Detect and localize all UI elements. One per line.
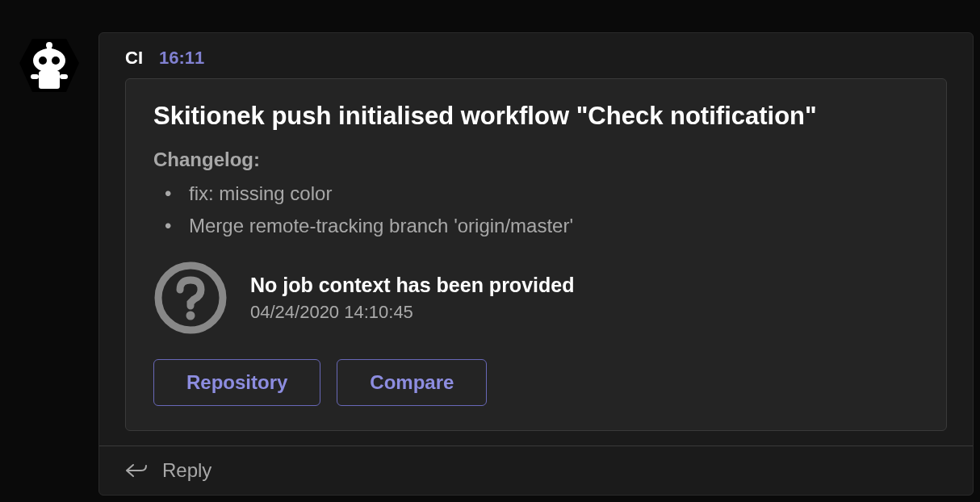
button-row: Repository Compare	[153, 359, 919, 406]
reply-icon	[125, 462, 148, 479]
list-item: fix: missing color	[189, 178, 919, 210]
repository-button[interactable]: Repository	[153, 359, 320, 406]
status-text: No job context has been provided 04/24/2…	[250, 274, 574, 323]
message-timestamp: 16:11	[159, 48, 204, 69]
reply-label: Reply	[162, 459, 211, 482]
sender-name: CI	[125, 48, 143, 69]
svg-rect-4	[39, 71, 60, 89]
notification-card: Skitionek push initialised workflow "Che…	[125, 78, 947, 431]
svg-rect-5	[31, 74, 39, 79]
svg-point-3	[33, 48, 65, 73]
changelog-list: fix: missing color Merge remote-tracking…	[153, 178, 919, 241]
message-container: CI 16:11 Skitionek push initialised work…	[0, 0, 980, 496]
avatar-wrapper	[16, 32, 82, 496]
question-mark-icon	[153, 261, 228, 335]
status-date: 04/24/2020 14:10:45	[250, 302, 574, 323]
changelog-label: Changelog:	[153, 149, 919, 171]
reply-area[interactable]: Reply	[99, 446, 973, 495]
compare-button[interactable]: Compare	[337, 359, 487, 406]
message-area: CI 16:11 Skitionek push initialised work…	[98, 32, 974, 496]
svg-point-10	[186, 312, 195, 320]
card-title: Skitionek push initialised workflow "Che…	[153, 102, 919, 131]
svg-point-7	[39, 56, 47, 65]
bot-avatar	[16, 32, 82, 98]
svg-point-2	[46, 42, 52, 48]
status-title: No job context has been provided	[250, 274, 574, 297]
list-item: Merge remote-tracking branch 'origin/mas…	[189, 210, 919, 242]
status-row: No job context has been provided 04/24/2…	[153, 261, 919, 335]
svg-rect-6	[60, 74, 68, 79]
message-header: CI 16:11	[99, 33, 973, 78]
svg-point-8	[52, 56, 60, 65]
